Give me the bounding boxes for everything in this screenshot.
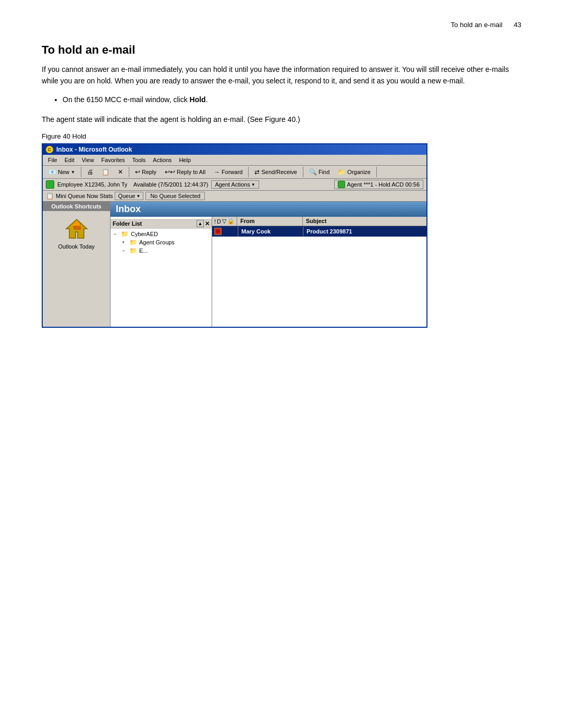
- inbox-header: Inbox: [111, 202, 426, 217]
- agent-status-icon: [338, 181, 345, 188]
- importance-col-icon: !: [214, 218, 216, 225]
- menu-file[interactable]: File: [45, 156, 60, 164]
- bullet-list: On the 6150 MCC e-mail window, click Hol…: [63, 94, 521, 105]
- reply-all-button[interactable]: ↩↩ Reply to All: [161, 167, 209, 177]
- inbox-table-area: Folder List ▲ ✕ − 📁 CyberAED: [111, 217, 426, 327]
- menu-edit[interactable]: Edit: [62, 156, 78, 164]
- forward-icon: →: [214, 168, 220, 176]
- copy-icon: 📋: [102, 168, 109, 176]
- no-queue-selected-button[interactable]: No Queue Selected: [145, 192, 205, 200]
- message-row[interactable]: Mary Cook Product 2309871: [212, 226, 426, 237]
- folder-label-cyberaed: CyberAED: [131, 231, 158, 237]
- menu-bar: File Edit View Favorites Tools Actions H…: [43, 155, 426, 166]
- menu-actions[interactable]: Actions: [150, 156, 175, 164]
- mini-queue-label: Mini Queue Now Stats: [56, 193, 113, 199]
- outlook-today-icon[interactable]: [64, 216, 89, 241]
- agent-actions-arrow: ▼: [251, 182, 255, 187]
- folder-label-agent-groups: Agent Groups: [139, 239, 175, 245]
- agent-bar: Employee X12345, John Ty Available (7/5/…: [43, 179, 426, 191]
- menu-help[interactable]: Help: [176, 156, 194, 164]
- employee-text: Employee X12345, John Ty: [57, 181, 127, 188]
- folder-scroll-up-button[interactable]: ▲: [197, 220, 204, 227]
- folder-expand-cyberaed: −: [114, 231, 119, 237]
- msg-icons-cell: [212, 226, 238, 237]
- toolbar-sep-1: [81, 167, 81, 177]
- new-icon: 📧: [48, 168, 56, 176]
- sidebar-header: Outlook Shortcuts: [43, 202, 110, 211]
- send-receive-icon: ⇄: [254, 168, 260, 176]
- agent-availability-icon: [46, 180, 54, 189]
- forward-button[interactable]: → Forward: [210, 167, 246, 177]
- print-icon: 🖨: [87, 168, 93, 176]
- organize-button[interactable]: 📁 Organize: [334, 167, 374, 177]
- folder-panel: Folder List ▲ ✕ − 📁 CyberAED: [111, 217, 212, 327]
- folder-icon-e: 📁: [129, 247, 137, 254]
- msg-from-mary-cook: Mary Cook: [238, 227, 303, 236]
- menu-favorites[interactable]: Favorites: [98, 156, 128, 164]
- toolbar-sep-5: [376, 167, 377, 177]
- subject-column-header: Subject: [303, 217, 426, 226]
- toolbar-sep-3: [248, 167, 249, 177]
- sidebar: Outlook Shortcuts Outlook Today: [43, 202, 111, 327]
- menu-view[interactable]: View: [79, 156, 97, 164]
- from-column-header: From: [237, 217, 303, 226]
- mini-queue-icon: 📋: [46, 192, 54, 200]
- svg-point-3: [216, 229, 220, 233]
- msg-col-icons: ! D ▽ 🔒: [212, 217, 237, 226]
- folder-panel-header: Folder List ▲ ✕: [111, 219, 212, 229]
- folder-icon-agent-groups: 📁: [129, 239, 137, 246]
- reply-button[interactable]: ↩ Reply: [131, 167, 160, 177]
- bullet-item: On the 6150 MCC e-mail window, click Hol…: [63, 94, 521, 105]
- new-dropdown-arrow: ▼: [71, 170, 75, 175]
- folder-list-label: Folder List: [113, 220, 142, 227]
- page-header: To hold an e-mail 43: [42, 21, 521, 29]
- menu-tools[interactable]: Tools: [129, 156, 149, 164]
- body-paragraph: If you cannot answer an e-mail immediate…: [42, 64, 521, 87]
- availability-text: Available (7/5/2001 12:44:37): [130, 181, 208, 188]
- find-button[interactable]: 🔍 Find: [305, 167, 333, 177]
- folder-label-e: E...: [139, 248, 148, 254]
- delete-icon: ✕: [118, 168, 123, 176]
- toolbar-sep-2: [129, 167, 129, 177]
- forward-label: Forward: [222, 169, 242, 175]
- folder-expand-agent-groups: +: [122, 240, 127, 245]
- page-header-text: To hold an e-mail 43: [451, 21, 521, 29]
- flag-col-icon: ▽: [222, 218, 226, 225]
- title-bar: C Inbox - Microsoft Outlook: [43, 144, 426, 155]
- organize-icon: 📁: [338, 168, 346, 176]
- main-area: Outlook Shortcuts Outlook Today Inbox: [43, 202, 426, 327]
- queue-dropdown-arrow: ▼: [136, 194, 140, 199]
- queue-dropdown-button[interactable]: Queue ▼: [115, 192, 143, 200]
- sidebar-icon-area: Outlook Today: [43, 211, 110, 327]
- print-button[interactable]: 🖨: [83, 167, 97, 177]
- icon-col: D: [217, 218, 221, 225]
- agent-status-display: Agent ***1 - Hold ACD 00:56: [334, 180, 423, 189]
- send-receive-button[interactable]: ⇄ Send/Receive: [251, 167, 301, 177]
- delete-button[interactable]: ✕: [114, 167, 127, 177]
- folder-item-cyberaed[interactable]: − 📁 CyberAED: [111, 230, 212, 238]
- outlook-window: C Inbox - Microsoft Outlook File Edit Vi…: [42, 143, 427, 328]
- folder-item-agent-groups[interactable]: + 📁 Agent Groups: [119, 238, 212, 246]
- msg-importance-icon: [214, 228, 222, 235]
- folder-expand-e: −: [122, 248, 127, 253]
- new-button[interactable]: 📧 New ▼: [45, 167, 79, 177]
- folder-icon-cyberaed: 📁: [121, 230, 129, 238]
- outlook-today-label: Outlook Today: [58, 243, 94, 250]
- folder-close-button[interactable]: ✕: [205, 220, 210, 227]
- section-heading: To hold an e-mail: [42, 43, 521, 57]
- attachment-col-icon: 🔒: [227, 218, 235, 225]
- message-list: ! D ▽ 🔒 From Subject: [212, 217, 426, 327]
- reply-icon: ↩: [135, 168, 140, 176]
- message-list-header: ! D ▽ 🔒 From Subject: [212, 217, 426, 226]
- find-icon: 🔍: [309, 168, 317, 176]
- state-text: The agent state will indicate that the a…: [42, 114, 521, 126]
- figure-caption: Figure 40 Hold: [42, 132, 521, 140]
- msg-subject-product: Product 2309871: [303, 227, 426, 236]
- content-area: Inbox Folder List ▲ ✕ − 📁: [111, 202, 426, 327]
- outlook-app-icon: C: [46, 146, 53, 153]
- copy-button[interactable]: 📋: [98, 167, 113, 177]
- toolbar-sep-4: [303, 167, 303, 177]
- folder-item-e[interactable]: − 📁 E...: [119, 246, 212, 255]
- reply-all-icon: ↩↩: [165, 168, 175, 176]
- agent-actions-button[interactable]: Agent Actions ▼: [211, 180, 259, 189]
